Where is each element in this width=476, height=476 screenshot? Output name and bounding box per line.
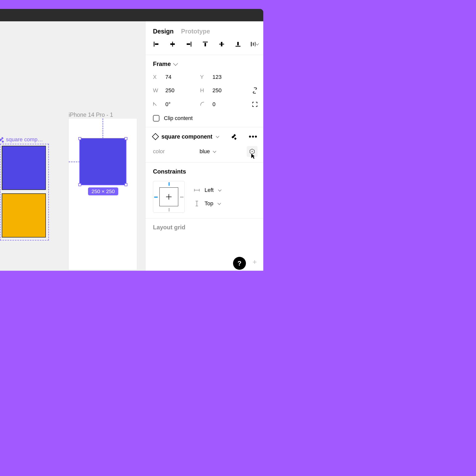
apply-variable-button[interactable]: [247, 146, 258, 157]
selection-dimensions-badge: 250 × 250: [88, 187, 118, 195]
align-v-center-button[interactable]: [218, 40, 225, 48]
svg-rect-3: [170, 43, 175, 45]
height-field[interactable]: H 250: [200, 87, 247, 94]
corner-radius-value: 0: [212, 101, 215, 108]
svg-rect-12: [251, 42, 252, 46]
variant-blue[interactable]: [2, 146, 46, 190]
corner-radius-icon: [200, 101, 206, 108]
add-layout-grid-button[interactable]: +: [252, 258, 257, 266]
svg-rect-7: [205, 43, 206, 46]
align-h-center-button[interactable]: [169, 40, 176, 48]
resize-handle-top-left[interactable]: [78, 137, 81, 140]
go-to-main-component-button[interactable]: [233, 134, 237, 139]
panel-tabs: Design Prototype: [146, 21, 263, 40]
spacing-guide-horizontal: [69, 162, 80, 162]
rotation-icon: [153, 101, 159, 108]
x-label: X: [153, 74, 159, 80]
svg-rect-1: [155, 43, 158, 45]
chevron-down-icon: [173, 61, 178, 66]
clip-content-checkbox[interactable]: [153, 115, 159, 121]
vertical-constraint-icon: [194, 201, 200, 207]
frame-section: Frame X 74 Y 123 W 250: [146, 55, 263, 127]
design-canvas[interactable]: iPhone 14 Pro - 1 250 × 250 square comp…: [0, 21, 145, 271]
svg-rect-10: [236, 46, 240, 47]
svg-rect-4: [191, 42, 191, 47]
chevron-down-icon: [218, 202, 221, 205]
resize-handle-bottom-left[interactable]: [78, 183, 81, 186]
constraints-title: Constraints: [153, 168, 186, 175]
chevron-down-icon[interactable]: [213, 149, 216, 153]
layout-grid-title: Layout grid: [153, 224, 185, 231]
alignment-controls: [146, 40, 263, 55]
variant-prop-label: color: [153, 148, 200, 155]
svg-rect-13: [253, 43, 254, 46]
horizontal-constraint-icon: [194, 188, 200, 192]
component-icon: [0, 137, 4, 142]
component-set-name: square comp…: [6, 136, 43, 143]
constraint-left-tick: [154, 197, 158, 198]
svg-rect-14: [255, 42, 255, 46]
svg-point-16: [252, 151, 253, 152]
spacing-guide-vertical: [103, 119, 103, 139]
rotation-value: 0°: [165, 101, 171, 108]
independent-corners-button[interactable]: [252, 101, 258, 108]
w-label: W: [153, 87, 159, 94]
distribute-button[interactable]: [251, 40, 258, 48]
more-options-button[interactable]: •••: [249, 133, 258, 141]
svg-rect-0: [154, 42, 154, 47]
svg-rect-6: [203, 42, 208, 42]
app-window: iPhone 14 Pro - 1 250 × 250 square comp…: [0, 9, 263, 271]
horizontal-constraint-select[interactable]: Left: [194, 187, 221, 193]
selected-component-instance[interactable]: [80, 139, 126, 185]
align-top-button[interactable]: [202, 40, 209, 48]
vertical-constraint-select[interactable]: Top: [194, 200, 221, 207]
align-bottom-button[interactable]: [234, 40, 242, 48]
tab-design[interactable]: Design: [153, 28, 174, 35]
constraints-section: Constraints: [146, 162, 263, 218]
svg-rect-11: [237, 42, 239, 45]
h-label: H: [200, 87, 206, 94]
h-value: 250: [212, 87, 222, 94]
frame-section-title: Frame: [153, 60, 171, 67]
align-left-button[interactable]: [152, 40, 160, 48]
x-position-field[interactable]: X 74: [153, 74, 200, 80]
component-section: square component ••• color blue: [146, 127, 263, 162]
app-body: iPhone 14 Pro - 1 250 × 250 square comp…: [0, 21, 263, 271]
tab-prototype[interactable]: Prototype: [181, 28, 210, 35]
constrain-proportions-button[interactable]: [252, 87, 258, 94]
y-label: Y: [200, 74, 206, 80]
chevron-down-icon: [256, 42, 259, 45]
x-value: 74: [165, 74, 171, 80]
resize-handle-top-right[interactable]: [124, 137, 127, 140]
variant-prop-value[interactable]: blue: [200, 148, 210, 155]
horizontal-constraint-value: Left: [205, 187, 214, 193]
w-value: 250: [165, 87, 175, 94]
constraint-right-tick: [180, 197, 183, 198]
inspector-panel: Design Prototype: [145, 21, 263, 271]
component-set-label[interactable]: square comp…: [0, 136, 43, 143]
svg-rect-9: [221, 42, 222, 46]
clip-content-label: Clip content: [164, 115, 193, 121]
constraint-bottom-tick: [169, 208, 170, 211]
frame-section-header[interactable]: Frame: [153, 60, 258, 67]
width-field[interactable]: W 250: [153, 87, 200, 94]
vertical-constraint-value: Top: [205, 200, 213, 207]
window-titlebar: [0, 9, 263, 21]
y-position-field[interactable]: Y 123: [200, 74, 247, 80]
align-right-button[interactable]: [185, 40, 193, 48]
svg-rect-5: [187, 43, 190, 45]
constraint-top-tick: [169, 182, 170, 186]
rotation-field[interactable]: 0°: [153, 101, 200, 108]
help-button[interactable]: ?: [233, 257, 246, 270]
resize-handle-bottom-right[interactable]: [124, 183, 127, 186]
plus-icon-v: [169, 194, 169, 200]
instance-icon: [152, 133, 159, 140]
chevron-down-icon: [218, 188, 221, 192]
component-name[interactable]: square component: [161, 133, 212, 140]
constraints-diagram[interactable]: [153, 181, 185, 213]
chevron-down-icon[interactable]: [216, 135, 219, 138]
variant-yellow[interactable]: [2, 193, 46, 238]
frame-name-label[interactable]: iPhone 14 Pro - 1: [69, 112, 113, 118]
y-value: 123: [212, 74, 222, 80]
corner-radius-field[interactable]: 0: [200, 101, 247, 108]
